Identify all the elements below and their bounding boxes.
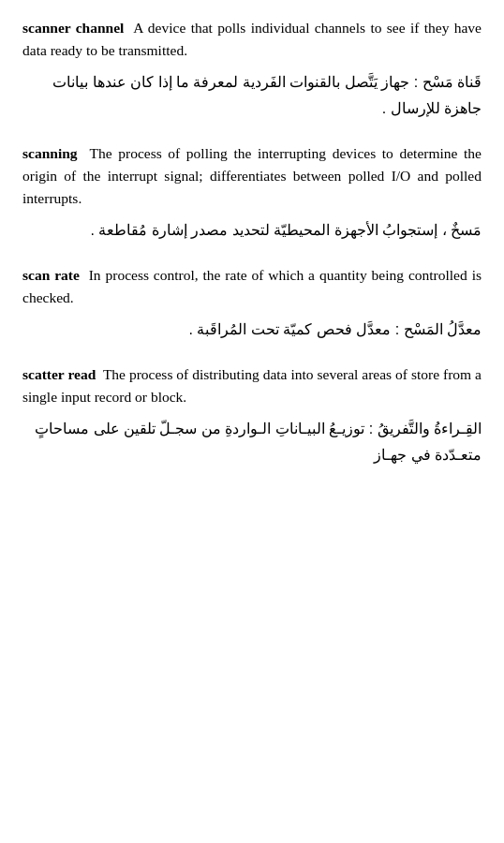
entry-en-scatter-read: scatter read The process of distributing…: [22, 363, 482, 408]
entry-ar-scanning: مَسخٌ ، إستجوابُ الأجهزة المحيطيّة لتحدي…: [22, 217, 482, 244]
entry-scan-rate: scan rate In process control, the rate o…: [22, 264, 482, 343]
entry-term-scan-rate: scan rate: [22, 267, 80, 283]
entry-en-scanning: scanning The process of polling the inte…: [22, 142, 482, 210]
entries-container: scanner channel A device that polls indi…: [22, 17, 482, 468]
entry-scanner-channel: scanner channel A device that polls indi…: [22, 17, 482, 122]
entry-term-scanning: scanning: [22, 145, 78, 161]
entry-term-scanner-channel: scanner channel: [22, 20, 124, 36]
entry-ar-scan-rate: معدَّلُ المَسْح : معدَّل فحص كميّة تحت ا…: [22, 317, 482, 343]
entry-ar-scatter-read: القِـراءةُ والتَّفريقُ : توزيـعُ البيـان…: [22, 416, 482, 468]
entry-scatter-read: scatter read The process of distributing…: [22, 363, 482, 468]
entry-term-scatter-read: scatter read: [22, 366, 96, 382]
entry-en-scanner-channel: scanner channel A device that polls indi…: [22, 17, 482, 62]
entry-ar-scanner-channel: قَناة مَسْح : جهاز يَتَّصل بالقنوات الفَ…: [22, 69, 482, 122]
entry-scanning: scanning The process of polling the inte…: [22, 142, 482, 244]
entry-en-scan-rate: scan rate In process control, the rate o…: [22, 264, 482, 309]
